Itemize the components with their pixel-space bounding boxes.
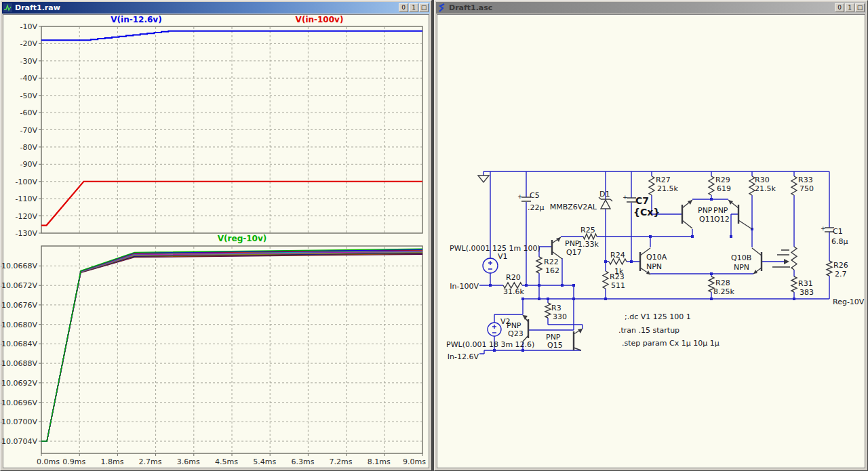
pane2-ytick-label: -10.0704V — [1, 437, 37, 446]
close-button[interactable]: □ — [855, 3, 865, 12]
schematic-label: R28 — [715, 279, 730, 287]
close-button[interactable]: □ — [419, 3, 429, 12]
junction-dot — [630, 260, 633, 263]
schematic-label: R22 — [544, 258, 559, 266]
schematic-label: R27 — [656, 176, 671, 184]
junction-dot — [604, 298, 607, 300]
waveform-titlebar[interactable]: Draft1.raw 0 1 □ — [2, 2, 430, 14]
transistor-Q11-legs — [682, 200, 692, 228]
schematic-label: 1.33k — [578, 240, 599, 249]
xtick-label: 1.8ms — [100, 457, 123, 466]
junction-dot — [710, 272, 713, 275]
pane2-ytick-label: -10.0676V — [1, 301, 37, 310]
schematic-window: PWL(.0001 125 1m 100)V1In-100VR2031.6kC5… — [434, 0, 868, 471]
pane2-ytick-label: -10.0696V — [1, 398, 37, 407]
junction-dot — [521, 298, 524, 300]
junction-dot — [493, 349, 496, 352]
resistor-R25 — [583, 234, 597, 239]
transistor-Q12-emitter-arrow — [728, 200, 733, 205]
xtick-label: 6.3ms — [291, 457, 314, 466]
transistor-Q10B-legs — [752, 248, 762, 274]
pane1-ytick-label: -70V — [20, 126, 38, 135]
resistor-R23 — [603, 271, 608, 289]
junction-dot — [649, 235, 652, 238]
transistor-Q17 — [552, 237, 562, 259]
schematic-label: + — [821, 225, 826, 232]
vsource-V1 — [483, 258, 498, 273]
pane2-ytick-label: -10.0672V — [1, 281, 37, 290]
pane1-ytick-label: -130V — [16, 229, 38, 238]
zener-D1 — [599, 197, 612, 209]
junction-dot — [710, 298, 713, 300]
maximize-button[interactable]: 1 — [409, 3, 418, 12]
schematic-label: .step param Cx 1µ 10µ 1µ — [622, 339, 719, 348]
schematic-window-title: Draft1.asc — [449, 3, 834, 12]
pane1-ytick-label: -30V — [20, 57, 38, 66]
schematic-label: 162 — [545, 266, 559, 275]
schematic-label: + — [517, 193, 523, 200]
junction-dot — [525, 284, 528, 287]
schematic-label: PNP — [698, 206, 713, 215]
schematic-label: R26 — [833, 261, 848, 270]
schematic-label: In-100V — [450, 282, 479, 291]
schematic-label: 21.5k — [755, 184, 776, 193]
junction-dot — [604, 260, 607, 263]
potentiometer-symbol — [791, 247, 797, 270]
minimize-button[interactable]: 0 — [399, 3, 408, 12]
transistor-Q17-legs — [552, 237, 562, 259]
pane2-ytick-label: -10.0692V — [1, 379, 37, 388]
junction-dot — [561, 284, 564, 287]
xtick-label: 0.9ms — [62, 457, 85, 466]
pane2-ytick-label: -10.0700V — [1, 417, 37, 426]
minimize-button[interactable]: 0 — [835, 3, 844, 12]
pane2-ytick-label: -10.0684V — [1, 340, 37, 348]
trace-reg-10v-step10 — [41, 254, 422, 441]
pane2-ytick-label: -10.0680V — [1, 321, 37, 329]
pane1-ytick-label: -50V — [20, 91, 38, 100]
waveform-plot-canvas[interactable]: -10V-20V-30V-40V-50V-60V-70V-80V-90V-100… — [1, 1, 433, 471]
schematic-label: 8.25k — [713, 287, 734, 296]
pane1-ytick-label: -80V — [20, 143, 38, 152]
transistor-Q11 — [682, 200, 692, 228]
resistor-R33 — [791, 176, 797, 195]
junction-dot — [793, 298, 795, 300]
resistor-R29 — [709, 176, 714, 195]
pane2-ytick-label: -10.0688V — [1, 359, 37, 368]
schematic-label: D1 — [599, 190, 610, 199]
transistor-Q11-emitter-arrow — [688, 200, 692, 205]
schematic-label: R31 — [798, 279, 813, 288]
junction-dot — [691, 235, 694, 238]
schematic-label: 330 — [553, 312, 567, 321]
schematic-label: .22µ — [528, 203, 545, 212]
trace-reg-10v-step9 — [41, 253, 422, 441]
waveform-window-title: Draft1.raw — [15, 3, 398, 12]
schematic-label: V1 — [498, 252, 508, 261]
maximize-button[interactable]: 1 — [845, 3, 854, 12]
junction-dot — [538, 298, 540, 300]
xtick-label: 5.4ms — [253, 457, 276, 466]
schematic-label: Q15 — [547, 341, 563, 350]
junction-dot — [489, 284, 492, 287]
schematic-label: R30 — [755, 176, 770, 184]
junction-dot — [572, 298, 575, 300]
schematic-label: 6.8µ — [831, 237, 848, 246]
schematic-label: Q10A — [646, 253, 667, 262]
schematic-canvas[interactable]: PWL(.0001 125 1m 100)V1In-100VR2031.6kC5… — [435, 1, 868, 471]
xtick-label: 2.7ms — [139, 457, 162, 466]
vsource-V2-polarity — [492, 325, 496, 333]
schematic-label: + — [623, 194, 628, 201]
schematic-label: 21.5k — [657, 184, 678, 193]
resistor-R30 — [749, 176, 755, 195]
trace-reg-10v-step8 — [41, 253, 422, 441]
pane1-ytick-label: -90V — [20, 160, 38, 169]
resistor-R22 — [536, 257, 542, 273]
resistor-R27 — [649, 176, 654, 195]
xtick-label: 3.6ms — [177, 457, 200, 466]
schematic-label: 31.6k — [503, 287, 524, 296]
schematic-label: R20 — [506, 273, 521, 282]
schematic-label: R29 — [715, 176, 730, 184]
schematic-titlebar[interactable]: Draft1.asc 0 1 □ — [436, 2, 866, 14]
schematic-label: {Cx} — [633, 207, 660, 218]
junction-dot — [521, 349, 524, 352]
pane1-ytick-label: -40V — [20, 74, 38, 83]
